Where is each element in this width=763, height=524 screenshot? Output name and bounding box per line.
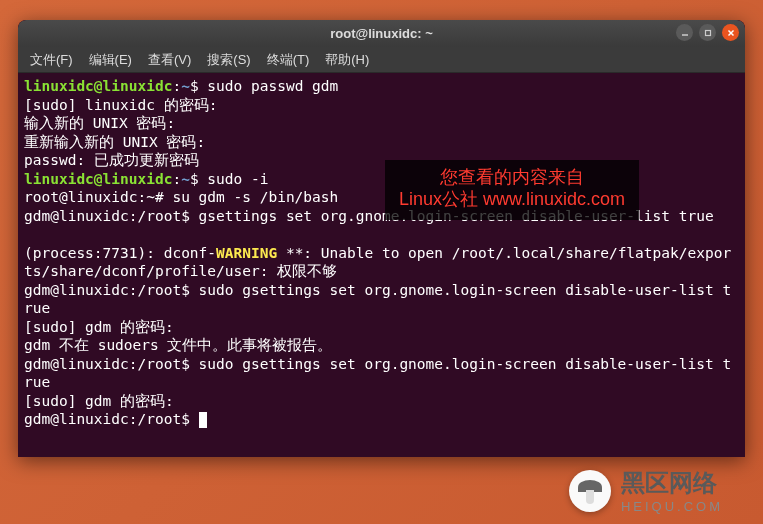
menu-edit[interactable]: 编辑(E) <box>81 48 140 72</box>
cursor-icon <box>199 412 207 428</box>
terminal-line: passwd: 已成功更新密码 <box>24 152 199 168</box>
terminal-line: gdm@linuxidc:/root$ sudo gsettings set o… <box>24 282 731 317</box>
menubar: 文件(F) 编辑(E) 查看(V) 搜索(S) 终端(T) 帮助(H) <box>18 47 745 73</box>
close-button[interactable] <box>722 24 739 41</box>
maximize-button[interactable] <box>699 24 716 41</box>
mushroom-icon <box>569 470 611 512</box>
logo-en: HEIQU.COM <box>621 499 723 514</box>
terminal-line: gdm@linuxidc:/root$ gsettings set org.gn… <box>24 208 714 224</box>
terminal-window: root@linuxidc: ~ 文件(F) 编辑(E) 查看(V) 搜索(S)… <box>18 20 745 457</box>
terminal-line: [sudo] linuxidc 的密码: <box>24 97 226 113</box>
prompt-user: linuxidc@linuxidc <box>24 78 172 94</box>
logo-text: 黑区网络 HEIQU.COM <box>621 467 723 514</box>
svg-rect-1 <box>705 30 710 35</box>
warning-label: WARNING <box>216 245 277 261</box>
minimize-button[interactable] <box>676 24 693 41</box>
menu-view[interactable]: 查看(V) <box>140 48 199 72</box>
terminal-line: [sudo] gdm 的密码: <box>24 319 183 335</box>
terminal-line: gdm 不在 sudoers 文件中。此事将被报告。 <box>24 337 333 353</box>
terminal-line: (process:7731): dconf- <box>24 245 216 261</box>
footer-logo: 黑区网络 HEIQU.COM <box>569 467 723 514</box>
terminal-line: root@linuxidc:~# su gdm -s /bin/bash <box>24 189 338 205</box>
terminal-line: $ sudo -i <box>190 171 269 187</box>
terminal-line: gdm@linuxidc:/root$ sudo gsettings set o… <box>24 356 731 391</box>
logo-cn: 黑区网络 <box>621 467 723 499</box>
terminal-line: gdm@linuxidc:/root$ <box>24 411 199 427</box>
menu-terminal[interactable]: 终端(T) <box>259 48 318 72</box>
terminal-line: $ sudo passwd gdm <box>190 78 338 94</box>
menu-search[interactable]: 搜索(S) <box>199 48 258 72</box>
terminal-area[interactable]: linuxidc@linuxidc:~$ sudo passwd gdm [su… <box>18 73 745 457</box>
terminal-line: [sudo] gdm 的密码: <box>24 393 183 409</box>
window-title: root@linuxidc: ~ <box>330 26 433 41</box>
prompt-user: linuxidc@linuxidc <box>24 171 172 187</box>
titlebar[interactable]: root@linuxidc: ~ <box>18 20 745 47</box>
menu-file[interactable]: 文件(F) <box>22 48 81 72</box>
menu-help[interactable]: 帮助(H) <box>317 48 377 72</box>
prompt-path: ~ <box>181 171 190 187</box>
window-controls <box>676 24 739 41</box>
prompt-path: ~ <box>181 78 190 94</box>
terminal-line: 重新输入新的 UNIX 密码: <box>24 134 214 150</box>
terminal-line: 输入新的 UNIX 密码: <box>24 115 184 131</box>
